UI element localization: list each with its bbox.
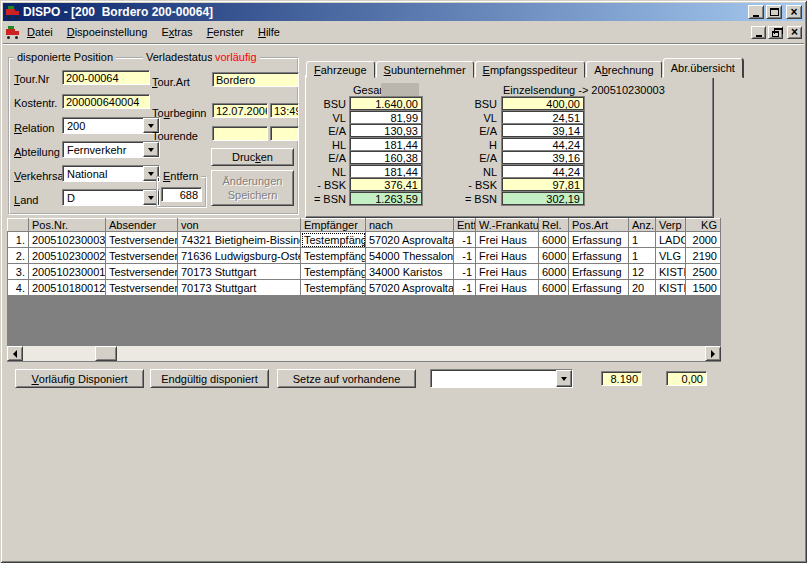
tourbeginn-date-field[interactable]: 12.07.2006 xyxy=(212,103,268,118)
tab-empfangsspediteur[interactable]: Empfangsspediteur xyxy=(475,61,586,78)
vorlaeufig-disponiert-button[interactable]: Vorläufig Disponiert xyxy=(15,369,144,388)
fee-label: HL xyxy=(304,139,346,151)
tour-art-label: Tour.Art xyxy=(152,76,190,88)
fee-field-bsn-einzel[interactable]: 302,19 xyxy=(502,192,584,205)
verladestatus-label: Verladestatus: xyxy=(143,51,219,63)
col-frankatur[interactable]: W.-Frankatur xyxy=(476,219,539,232)
col-absender[interactable]: Absender xyxy=(106,219,178,232)
col-rel[interactable]: Rel. xyxy=(539,219,569,232)
fee-field-ea1[interactable]: 130,93 xyxy=(350,124,422,137)
arrow-right-icon xyxy=(711,350,719,358)
land-label: Land xyxy=(14,194,38,206)
fee-field-nl[interactable]: 181,44 xyxy=(350,165,422,178)
col-anz[interactable]: Anz. xyxy=(629,219,656,232)
fee-field-vl[interactable]: 81,99 xyxy=(350,111,422,124)
child-window-icon[interactable] xyxy=(5,26,20,39)
horizontal-scrollbar[interactable] xyxy=(7,346,721,361)
col-empfaenger[interactable]: Empfänger xyxy=(301,219,366,232)
fee-label: - BSK xyxy=(450,179,497,191)
scrollbar-thumb[interactable] xyxy=(95,346,117,361)
tab-abr-uebersicht[interactable]: Abr.übersicht xyxy=(663,58,743,78)
fee-field-ea2-einzel[interactable]: 39,16 xyxy=(502,151,584,164)
land-dropdown[interactable]: D xyxy=(62,189,160,206)
maximize-button[interactable] xyxy=(766,5,782,19)
fee-field-bsk-einzel[interactable]: 97,81 xyxy=(502,178,584,191)
verkehrsart-dropdown[interactable]: National xyxy=(62,165,160,182)
menu-hilfe[interactable]: Hilfe xyxy=(251,24,287,40)
table-row[interactable]: 2.200510230002 Testversender71636 Ludwig… xyxy=(8,248,721,264)
setze-auf-vorhandene-button[interactable]: Setze auf vorhandene xyxy=(277,369,416,388)
fee-field-ea1-einzel[interactable]: 39,14 xyxy=(502,124,584,137)
close-button[interactable]: × xyxy=(786,5,802,19)
child-close-button[interactable]: × xyxy=(787,26,802,39)
col-von[interactable]: von xyxy=(178,219,301,232)
fee-field-vl-einzel[interactable]: 24,51 xyxy=(502,111,584,124)
table-header-row: Pos.Nr. Absender von Empfänger nach Entf… xyxy=(8,219,721,232)
positions-grid: Pos.Nr. Absender von Empfänger nach Entf… xyxy=(7,218,721,362)
bottom-combo[interactable] xyxy=(430,369,573,388)
arrow-left-icon xyxy=(9,350,17,358)
kg-total-field[interactable]: 8.190 xyxy=(601,371,642,386)
fee-label: = BSN xyxy=(304,193,346,205)
bottom-combo-button[interactable] xyxy=(556,370,572,387)
aenderungen-speichern-button[interactable]: Änderungen Speichern xyxy=(211,170,294,206)
fee-label: BSU xyxy=(304,98,346,110)
fee-field-bsk[interactable]: 376,41 xyxy=(350,178,422,191)
abteilung-label: Abteilung xyxy=(14,146,60,158)
relation-label: Relation xyxy=(14,122,54,134)
fee-field-bsu-einzel[interactable]: 400,00 xyxy=(502,97,584,110)
fee-field-h-einzel[interactable]: 44,24 xyxy=(502,138,584,151)
kostentr-field[interactable]: 200000640004 xyxy=(62,94,150,109)
endgueltig-disponiert-button[interactable]: Endgültig disponiert xyxy=(150,369,269,388)
menu-divider xyxy=(3,43,804,45)
menu-dispoeinstellung[interactable]: Dispoeinstellung xyxy=(60,24,155,40)
chevron-down-icon xyxy=(561,377,567,384)
col-entf[interactable]: Entf. xyxy=(454,219,476,232)
menu-datei[interactable]: Datei xyxy=(20,24,60,40)
abteilung-dropdown-button[interactable] xyxy=(143,142,159,157)
child-minimize-icon xyxy=(756,35,762,37)
menu-extras[interactable]: Extras xyxy=(154,24,199,40)
fee-field-nl-einzel[interactable]: 44,24 xyxy=(502,165,584,178)
tab-abrechnung[interactable]: Abrechnung xyxy=(586,61,661,78)
maximize-icon xyxy=(770,8,779,16)
col-rownum[interactable] xyxy=(8,219,29,232)
table-row[interactable]: 4.200510180012 Testversender70173 Stuttg… xyxy=(8,280,721,296)
window-title: DISPO - [200 Bordero 200-00064] xyxy=(23,5,746,19)
table-row[interactable]: 1.200510230003 Testversender74321 Bietig… xyxy=(8,232,721,248)
scroll-right-button[interactable] xyxy=(705,346,721,361)
drucken-button[interactable]: Drucken xyxy=(211,148,294,166)
fee-label: VL xyxy=(304,112,346,124)
col-pos-nr[interactable]: Pos.Nr. xyxy=(29,219,106,232)
tour-nr-field[interactable]: 200-00064 xyxy=(62,70,150,85)
tourbeginn-time-field[interactable]: 13:49 xyxy=(270,103,299,118)
tourende-date-field[interactable] xyxy=(212,126,268,141)
minimize-button[interactable] xyxy=(748,5,764,19)
menu-fenster[interactable]: Fenster xyxy=(200,24,251,40)
col-pos-art[interactable]: Pos.Art xyxy=(569,219,629,232)
positions-table: Pos.Nr. Absender von Empfänger nach Entf… xyxy=(7,218,721,296)
fee-field-ea2[interactable]: 160,38 xyxy=(350,151,422,164)
fee-field-bsn[interactable]: 1.263,59 xyxy=(350,192,422,205)
tab-subunternehmer[interactable]: Subunternehmer xyxy=(376,61,474,78)
amount-field[interactable]: 0,00 xyxy=(666,371,707,386)
child-minimize-button[interactable] xyxy=(751,26,766,39)
fee-label: E/A xyxy=(450,152,497,164)
gesamt-placeholder-box xyxy=(381,83,419,96)
child-restore-button[interactable] xyxy=(768,26,783,39)
entfern-field[interactable]: 688 xyxy=(161,187,202,202)
table-row[interactable]: 3.200510230001 Testversender70173 Stuttg… xyxy=(8,264,721,280)
abteilung-dropdown[interactable]: Fernverkehr xyxy=(62,141,160,158)
col-nach[interactable]: nach xyxy=(366,219,454,232)
fee-field-hl[interactable]: 181,44 xyxy=(350,138,422,151)
fee-label: E/A xyxy=(304,125,346,137)
scroll-left-button[interactable] xyxy=(7,346,23,361)
relation-dropdown[interactable]: 200 xyxy=(62,117,160,134)
tourbeginn-label: Tourbeginn xyxy=(152,107,206,119)
tourende-time-field[interactable] xyxy=(270,126,299,141)
col-kg[interactable]: KG xyxy=(686,219,721,232)
tour-art-field[interactable]: Bordero xyxy=(212,72,299,87)
fee-field-bsu[interactable]: 1.640,00 xyxy=(350,97,422,110)
col-verp[interactable]: Verp xyxy=(656,219,686,232)
tab-fahrzeuge[interactable]: Fahrzeuge xyxy=(306,61,375,78)
